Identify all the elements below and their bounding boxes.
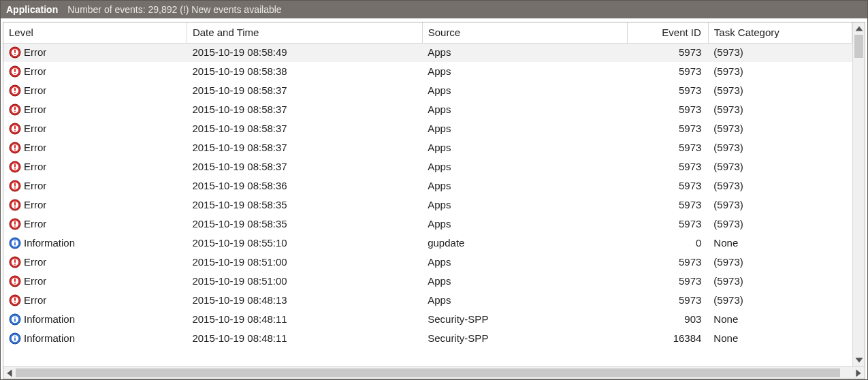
level-label: Error [24,123,46,134]
table-row[interactable]: Error2015-10-19 08:58:35Apps5973(5973) [3,215,852,234]
scroll-right-arrow-icon[interactable] [852,367,865,379]
error-icon [9,256,21,268]
column-header-event-id[interactable]: Event ID [628,22,709,43]
table-row[interactable]: Error2015-10-19 08:58:36Apps5973(5973) [3,176,852,195]
cell-datetime: 2015-10-19 08:48:11 [187,310,422,329]
cell-source: Apps [422,157,628,176]
cell-source: Apps [422,176,628,195]
level-label: Error [24,275,46,287]
table-row[interactable]: Error2015-10-19 08:58:37Apps5973(5973) [3,81,852,100]
cell-level: Error [3,62,187,81]
level-label: Information [24,332,75,344]
cell-event-id: 5973 [628,43,709,62]
level-label: Error [24,142,46,153]
table-row[interactable]: Error2015-10-19 08:58:35Apps5973(5973) [3,195,852,215]
error-icon [9,161,21,173]
titlebar: Application Number of events: 29,892 (!)… [1,1,867,18]
error-icon [9,65,21,78]
cell-level: Error [3,291,187,310]
table-row[interactable]: Error2015-10-19 08:51:00Apps5973(5973) [3,253,852,272]
event-viewer-window: Application Number of events: 29,892 (!)… [0,0,868,380]
horizontal-scroll-track[interactable] [16,367,852,379]
level-label: Error [24,84,46,96]
cell-event-id: 5973 [628,272,709,291]
horizontal-scroll-thumb[interactable] [16,368,840,377]
scroll-left-arrow-icon[interactable] [3,367,16,379]
table-row[interactable]: Error2015-10-19 08:58:37Apps5973(5973) [3,119,852,138]
cell-task-category: (5973) [708,100,852,119]
cell-level: Error [3,43,187,62]
column-header-source[interactable]: Source [422,22,628,43]
table-row[interactable]: Error2015-10-19 08:58:37Apps5973(5973) [3,100,852,119]
cell-event-id: 5973 [628,176,709,195]
level-label: Error [24,46,46,58]
level-label: Information [24,313,75,325]
cell-datetime: 2015-10-19 08:58:37 [187,157,422,176]
cell-source: Apps [422,119,628,138]
cell-event-id: 5973 [628,195,709,215]
cell-level: Error [3,272,187,291]
cell-event-id: 5973 [628,62,709,81]
vertical-scrollbar[interactable] [852,22,865,366]
cell-task-category: None [708,329,852,348]
cell-task-category: (5973) [708,138,852,157]
cell-task-category: (5973) [708,119,852,138]
cell-datetime: 2015-10-19 08:58:37 [187,100,422,119]
cell-datetime: 2015-10-19 08:58:35 [187,195,422,215]
table-row[interactable]: Information2015-10-19 08:48:11Security-S… [3,310,852,329]
table-row[interactable]: Error2015-10-19 08:58:49Apps5973(5973) [3,43,852,62]
level-label: Error [24,104,46,115]
cell-task-category: (5973) [708,43,852,62]
scroll-up-arrow-icon[interactable] [853,22,865,35]
table-row[interactable]: Error2015-10-19 08:58:37Apps5973(5973) [3,157,852,176]
cell-datetime: 2015-10-19 08:48:11 [187,329,422,348]
cell-source: Apps [422,81,628,100]
info-icon [9,332,21,345]
vertical-scroll-thumb[interactable] [854,35,863,58]
cell-datetime: 2015-10-19 08:58:37 [187,81,422,100]
cell-event-id: 5973 [628,138,709,157]
table-row[interactable]: Error2015-10-19 08:58:37Apps5973(5973) [3,138,852,157]
cell-task-category: (5973) [708,157,852,176]
cell-source: Apps [422,253,628,272]
cell-task-category: (5973) [708,215,852,234]
cell-datetime: 2015-10-19 08:58:37 [187,119,422,138]
table-scroll: Level Date and Time Source Event ID Task… [3,22,852,366]
column-header-task-category[interactable]: Task Category [708,22,852,43]
cell-datetime: 2015-10-19 08:55:10 [187,234,422,253]
horizontal-scrollbar[interactable] [3,366,865,379]
column-header-level[interactable]: Level [3,22,187,43]
cell-event-id: 5973 [628,253,709,272]
level-label: Error [24,256,46,268]
vertical-scroll-track[interactable] [853,35,865,354]
error-icon [9,294,21,306]
error-icon [9,46,21,59]
table-row[interactable]: Error2015-10-19 08:58:38Apps5973(5973) [3,62,852,81]
info-icon [9,313,21,326]
table-row[interactable]: Information2015-10-19 08:48:11Security-S… [3,329,852,348]
cell-level: Information [3,310,187,329]
scroll-down-arrow-icon[interactable] [853,354,865,366]
cell-task-category: None [708,310,852,329]
table-row[interactable]: Error2015-10-19 08:48:13Apps5973(5973) [3,291,852,310]
event-count-status: Number of events: 29,892 (!) New events … [67,4,281,15]
cell-event-id: 5973 [628,291,709,310]
cell-level: Error [3,100,187,119]
cell-source: Apps [422,62,628,81]
error-icon [9,199,21,211]
column-header-datetime[interactable]: Date and Time [187,22,422,43]
cell-task-category: (5973) [708,81,852,100]
table-row[interactable]: Information2015-10-19 08:55:10gupdate0No… [3,234,852,253]
cell-source: gupdate [422,234,628,253]
cell-task-category: (5973) [708,62,852,81]
cell-source: Apps [422,43,628,62]
table-row[interactable]: Error2015-10-19 08:51:00Apps5973(5973) [3,272,852,291]
cell-source: Apps [422,291,628,310]
level-label: Error [24,161,46,172]
cell-level: Error [3,253,187,272]
error-icon [9,275,21,287]
error-icon [9,84,21,97]
cell-datetime: 2015-10-19 08:51:00 [187,253,422,272]
cell-source: Apps [422,138,628,157]
cell-task-category: (5973) [708,253,852,272]
